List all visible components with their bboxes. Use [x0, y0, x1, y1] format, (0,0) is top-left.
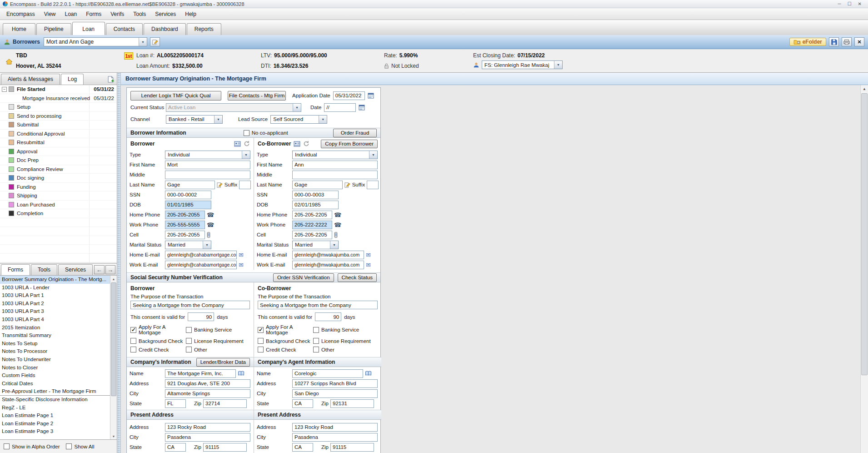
consent-purpose-checkbox[interactable] [130, 338, 136, 344]
print-button[interactable] [842, 37, 852, 46]
app-tab[interactable]: Dashboard [144, 23, 186, 35]
form-list-item[interactable]: Loan Estimate Page 1 [0, 412, 110, 420]
order-fraud-button[interactable]: Order Fraud [333, 129, 377, 137]
consent-purpose-checkbox[interactable] [130, 327, 136, 333]
edit-name-icon[interactable] [217, 182, 223, 188]
log-milestone-row[interactable]: − File Started 05/31/22 [0, 85, 117, 94]
coborrower-ssn-field[interactable]: 000-00-0003 [292, 191, 339, 199]
menu-item[interactable]: Loan [60, 9, 82, 19]
panel-splitter[interactable] [117, 73, 121, 453]
coborrower-consent-days-field[interactable]: 90 [315, 312, 341, 321]
log-milestone-row[interactable]: − Doc Prep [0, 156, 117, 165]
log-milestone-row[interactable]: − Doc signing [0, 174, 117, 183]
efolder-button[interactable]: eFolder [789, 38, 826, 46]
form-list-item[interactable]: Pre-Approval Letter - The Mortgage Firm [0, 388, 110, 396]
borrower-present-zip-field[interactable]: 91115 [203, 443, 247, 452]
form-list-item[interactable]: Loan Estimate Page 3 [0, 428, 110, 436]
menu-item[interactable]: Services [150, 9, 180, 19]
coborrower-home-email-field[interactable]: glennleigh@mwakajumba.com [292, 251, 364, 259]
log-milestone-row[interactable]: − Completion [0, 209, 117, 218]
channel-select[interactable]: Banked - Retail [166, 115, 223, 124]
lookup-book-icon[interactable] [365, 371, 372, 376]
consent-purpose-checkbox[interactable] [313, 338, 319, 344]
form-list-item[interactable]: Critical Dates [0, 380, 110, 388]
check-status-button[interactable]: Check Status [338, 273, 377, 282]
company-state-field[interactable]: FL [165, 399, 186, 408]
consent-purpose-checkbox-row[interactable]: Background Check [258, 338, 311, 344]
consent-purpose-checkbox-row[interactable]: Credit Check [130, 347, 184, 352]
copy-from-contact-icon[interactable] [294, 141, 300, 147]
borrower-present-city-field[interactable]: Pasadena [165, 433, 250, 442]
consent-purpose-checkbox[interactable] [130, 347, 136, 352]
log-milestone-row[interactable]: − Funding [0, 183, 117, 192]
show-all-checkbox[interactable] [66, 443, 72, 449]
borrower-consent-days-field[interactable]: 90 [188, 312, 214, 321]
edit-borrower-pair-button[interactable] [150, 37, 160, 46]
consent-purpose-checkbox-row[interactable]: Other [186, 347, 250, 352]
close-window-button[interactable]: ✕ [858, 1, 862, 6]
tab-forms[interactable]: Forms [1, 264, 30, 275]
coborrower-middle-name-field[interactable] [292, 171, 378, 179]
consent-purpose-checkbox-row[interactable]: Background Check [130, 338, 184, 344]
company-name-field[interactable]: The Mortgage Firm, Inc. [165, 369, 236, 378]
log-milestone-row[interactable]: − Approval [0, 147, 117, 156]
agent-zip-field[interactable]: 92131 [330, 399, 374, 408]
app-tab[interactable]: Pipeline [36, 23, 71, 35]
log-milestone-row[interactable]: − Send to processing [0, 112, 117, 121]
calendar-icon[interactable] [368, 92, 374, 99]
no-coapplicant-checkbox[interactable] [244, 130, 249, 136]
forms-scrollbar-thumb[interactable] [111, 282, 116, 396]
borrowers-select[interactable]: Mort and Ann Gage [44, 37, 147, 46]
lender-logix-quick-qual-button[interactable]: Lender Logix TMF Quick Qual [130, 91, 221, 101]
current-status-select[interactable]: Active Loan [166, 103, 301, 112]
borrower-present-state-field[interactable]: CA [165, 443, 186, 452]
borrower-ssn-field[interactable]: 000-00-0002 [165, 191, 211, 199]
app-tab[interactable]: Home [3, 23, 35, 35]
coborrower-last-name-field[interactable]: Gage [292, 181, 343, 189]
coborrower-purpose-field[interactable]: Seeking a Mortgage from the Company [258, 301, 378, 309]
tab-tools[interactable]: Tools [31, 264, 57, 275]
mail-icon[interactable]: ✉ [366, 252, 371, 258]
show-alpha-order-checkbox-row[interactable]: Show in Alpha Order [4, 443, 60, 449]
agent-city-field[interactable]: San Diego [292, 389, 378, 398]
log-milestone-row[interactable]: − Resubmittal [0, 138, 117, 147]
mail-icon[interactable]: ✉ [239, 262, 244, 268]
log-milestone-row[interactable]: − Compliance Review [0, 165, 117, 174]
form-list-item[interactable]: Custom Fields [0, 372, 110, 380]
coborrower-work-phone-field[interactable]: 205-222-2222 [292, 221, 332, 229]
form-list-item[interactable]: State-Specific Disclosure Information [0, 396, 110, 404]
consent-purpose-checkbox[interactable] [258, 347, 264, 352]
consent-purpose-checkbox[interactable] [313, 347, 319, 352]
maximize-button[interactable]: ☐ [848, 1, 852, 6]
form-list-item[interactable]: Borrower Summary Origination - The Mortg… [0, 276, 110, 284]
company-address-field[interactable]: 921 Douglas Ave, STE 200 [165, 379, 250, 388]
agent-address-field[interactable]: 10277 Scripps Ranch Blvd [292, 379, 378, 388]
lead-source-select[interactable]: Self Sourced [270, 115, 327, 124]
coborrower-present-state-field[interactable]: CA [292, 443, 313, 452]
borrower-first-name-field[interactable]: Mort [165, 161, 250, 169]
coborrower-present-zip-field[interactable]: 91115 [330, 443, 374, 452]
consent-purpose-checkbox-row[interactable]: Banking Service [313, 324, 378, 335]
sync-refresh-icon[interactable] [303, 141, 309, 147]
main-scrollbar-thumb[interactable] [861, 93, 868, 375]
log-milestone-row[interactable]: − Loan Purchased [0, 201, 117, 210]
company-city-field[interactable]: Altamonte Springs [165, 389, 250, 398]
borrower-marital-select[interactable]: Married [165, 241, 211, 249]
borrower-present-address-field[interactable]: 123 Rocky Road [165, 423, 250, 432]
borrower-work-email-field[interactable]: glennleigh@cahabamortgage.com [165, 261, 237, 269]
menu-item[interactable]: View [40, 9, 60, 19]
agent-state-field[interactable]: CA [292, 399, 313, 408]
coborrower-work-email-field[interactable]: glennleigh@mwakajumba.com [292, 261, 364, 269]
form-list-item[interactable]: Notes To Underwriter [0, 356, 110, 364]
menu-item[interactable]: Verifs [106, 9, 129, 19]
copy-from-contact-icon[interactable] [234, 141, 241, 147]
form-list-item[interactable]: 1003 URLA Part 2 [0, 300, 110, 308]
app-tab[interactable]: Reports [187, 23, 221, 35]
form-list-item[interactable]: 1003 URLA - Lender [0, 284, 110, 292]
back-arrow-button[interactable]: ← [94, 265, 104, 274]
file-contacts-button[interactable]: File Contacts - Mtg Firm [228, 91, 286, 101]
log-milestone-row[interactable]: − Submittal [0, 121, 117, 130]
borrower-home-phone-field[interactable]: 205-205-2055 [165, 211, 205, 219]
borrower-dob-field[interactable]: 01/01/1985 [165, 201, 211, 209]
scroll-up-icon[interactable]: ▲ [110, 276, 117, 282]
